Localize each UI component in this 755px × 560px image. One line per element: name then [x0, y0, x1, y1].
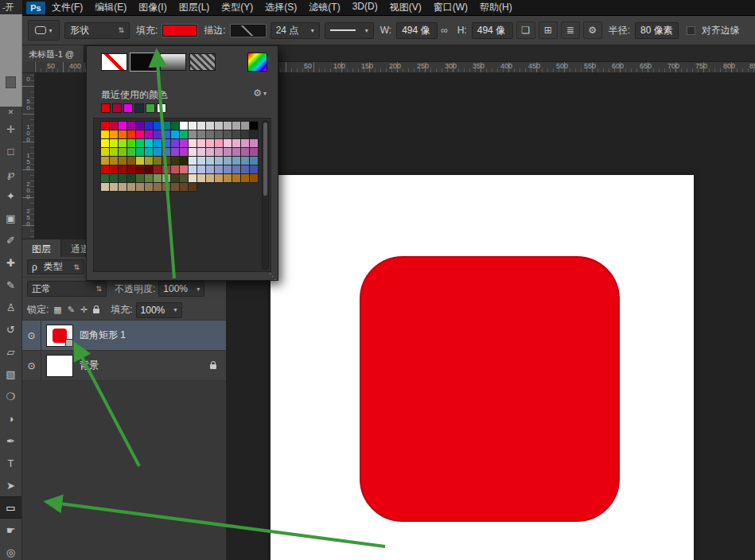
fill-type-gradient[interactable]: [160, 53, 186, 71]
color-swatch[interactable]: [241, 174, 249, 182]
color-swatch[interactable]: [145, 183, 153, 191]
color-swatch[interactable]: [180, 165, 188, 173]
stroke-width-input[interactable]: 24 点 ▾: [270, 22, 320, 39]
color-swatch[interactable]: [127, 139, 135, 147]
color-swatch[interactable]: [171, 183, 179, 191]
color-swatch[interactable]: [197, 174, 205, 182]
pen-tool[interactable]: ✒: [0, 430, 21, 452]
menu-item[interactable]: 编辑(E): [95, 1, 126, 14]
shape-width-input[interactable]: 494 像: [396, 22, 438, 39]
menu-item[interactable]: 窗口(W): [434, 1, 468, 14]
color-swatch[interactable]: [171, 148, 179, 156]
color-swatch[interactable]: [101, 130, 109, 138]
color-swatch[interactable]: [197, 130, 205, 138]
path-selection-tool[interactable]: ➤: [0, 474, 21, 496]
recent-color-swatch[interactable]: [146, 103, 155, 113]
color-swatch[interactable]: [101, 165, 109, 173]
color-swatch[interactable]: [224, 139, 232, 147]
shape-height-input[interactable]: 494 像: [472, 22, 513, 39]
color-swatch[interactable]: [162, 139, 170, 147]
eyedropper-tool[interactable]: ✐: [0, 229, 21, 251]
color-swatch[interactable]: [145, 130, 153, 138]
color-swatch[interactable]: [215, 165, 223, 173]
dodge-tool[interactable]: ◑: [0, 407, 21, 430]
horizontal-type-tool[interactable]: T: [0, 452, 21, 474]
rectangle-tool[interactable]: ▭: [0, 496, 21, 519]
color-swatch[interactable]: [180, 157, 188, 165]
color-swatch[interactable]: [189, 157, 197, 165]
color-swatch[interactable]: [154, 139, 162, 147]
gradient-tool[interactable]: ▧: [0, 363, 21, 385]
recent-color-swatch[interactable]: [101, 103, 111, 113]
scrollbar-thumb[interactable]: [263, 122, 267, 196]
color-swatch[interactable]: [145, 165, 153, 173]
color-swatch[interactable]: [241, 139, 249, 147]
color-swatch[interactable]: [162, 148, 170, 156]
fill-type-pattern[interactable]: [189, 53, 216, 71]
color-swatch[interactable]: [250, 130, 258, 138]
color-swatch[interactable]: [162, 130, 170, 138]
color-swatch[interactable]: [154, 130, 162, 138]
color-swatch[interactable]: [136, 148, 144, 156]
color-swatch[interactable]: [171, 130, 179, 138]
color-swatch[interactable]: [145, 157, 153, 165]
color-swatch[interactable]: [189, 122, 197, 130]
color-swatch[interactable]: [232, 165, 240, 173]
color-swatch[interactable]: [241, 122, 249, 130]
color-swatch[interactable]: [215, 157, 223, 165]
menu-item[interactable]: 滤镜(T): [309, 1, 340, 14]
tool-mode-select[interactable]: 形状 ⇅: [64, 22, 130, 39]
color-swatch[interactable]: [189, 183, 197, 191]
color-swatch[interactable]: [136, 157, 144, 165]
color-swatch[interactable]: [189, 165, 197, 173]
lock-icon[interactable]: ▦: [53, 305, 61, 315]
color-swatch[interactable]: [180, 130, 188, 138]
color-swatch[interactable]: [119, 183, 126, 191]
color-swatch[interactable]: [119, 122, 126, 130]
lock-icon[interactable]: ✎: [68, 305, 75, 315]
path-alignment-button[interactable]: ⊞: [539, 21, 558, 39]
color-swatch[interactable]: [250, 157, 258, 165]
color-swatch[interactable]: [127, 148, 135, 156]
color-swatch[interactable]: [127, 165, 135, 173]
path-operations-button[interactable]: ❏: [516, 21, 535, 39]
color-swatch[interactable]: [127, 183, 135, 191]
color-swatch[interactable]: [224, 148, 232, 156]
color-swatch[interactable]: [101, 148, 109, 156]
spot-healing-brush-tool[interactable]: ✚: [0, 251, 21, 274]
color-swatch[interactable]: [206, 130, 214, 138]
color-swatch[interactable]: [189, 174, 197, 182]
color-swatch[interactable]: [232, 130, 240, 138]
color-swatch[interactable]: [206, 122, 214, 130]
layer-row[interactable]: ⊙背景: [22, 351, 226, 381]
color-swatch[interactable]: [119, 157, 126, 165]
lasso-tool[interactable]: ℘: [0, 162, 21, 185]
color-swatch[interactable]: [215, 148, 223, 156]
color-swatch[interactable]: [110, 122, 118, 130]
color-swatch[interactable]: [206, 139, 214, 147]
close-icon[interactable]: ✕: [0, 107, 21, 118]
color-swatch[interactable]: [206, 165, 214, 173]
recent-color-swatch[interactable]: [123, 103, 133, 113]
layer-thumbnail[interactable]: [46, 325, 73, 347]
path-arrangement-button[interactable]: ≣: [561, 21, 580, 39]
menu-item[interactable]: 帮助(H): [480, 1, 512, 14]
menu-item[interactable]: 图层(L): [179, 1, 210, 14]
color-swatch[interactable]: [162, 157, 170, 165]
color-swatch[interactable]: [119, 130, 126, 138]
color-swatch[interactable]: [206, 157, 214, 165]
color-swatch[interactable]: [145, 174, 153, 182]
clone-stamp-tool[interactable]: ♙: [0, 296, 21, 318]
tool-preset-picker[interactable]: ▾: [28, 20, 60, 41]
color-swatch[interactable]: [197, 139, 205, 147]
color-swatch[interactable]: [180, 139, 188, 147]
color-swatch[interactable]: [162, 183, 170, 191]
brush-tool[interactable]: ✎: [0, 274, 21, 296]
lock-all-icon[interactable]: [93, 309, 99, 313]
visibility-toggle[interactable]: ⊙: [22, 321, 41, 351]
color-swatch[interactable]: [101, 183, 109, 191]
color-swatch[interactable]: [232, 122, 240, 130]
color-swatch[interactable]: [180, 183, 188, 191]
color-swatch[interactable]: [197, 165, 205, 173]
color-swatch[interactable]: [206, 174, 214, 182]
